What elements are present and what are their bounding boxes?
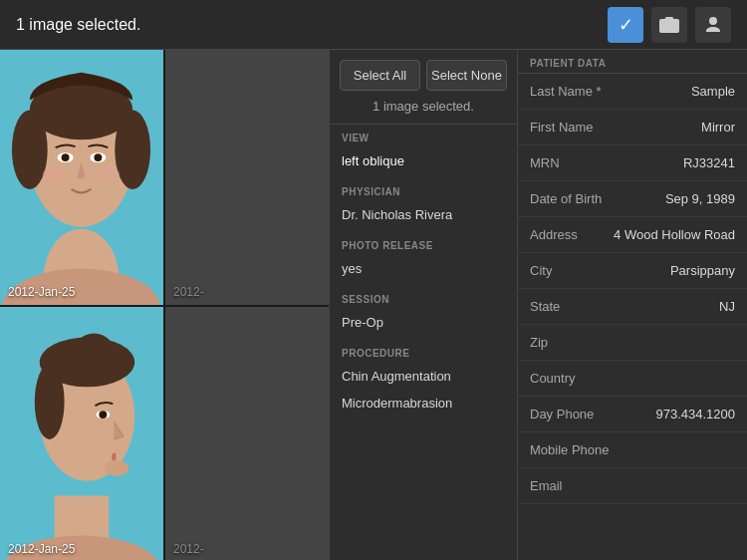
patient-field-value: 4 Wood Hollow Road	[614, 227, 735, 242]
photo-cell[interactable]: 2012-	[165, 307, 329, 560]
photo-cell[interactable]: 2012-Jan-25	[0, 50, 163, 305]
top-bar-icons: ✓	[608, 7, 731, 43]
physician-section: PHYSICIAN Dr. Nicholas Rivera	[330, 178, 517, 232]
patient-field-value: RJ33241	[683, 155, 735, 170]
photo-cell[interactable]: 2012-	[165, 50, 329, 305]
physician-item[interactable]: Dr. Nicholas Rivera	[342, 201, 505, 228]
patient-field-value: Sample	[691, 84, 735, 99]
photos-panel: 2012-Jan-25 2012-	[0, 50, 329, 560]
patient-row[interactable]: Mobile Phone	[518, 432, 747, 468]
patient-field-label: MRN	[530, 155, 683, 170]
patient-field-label: Country	[530, 371, 735, 386]
top-bar: 1 image selected. ✓	[0, 0, 747, 50]
patient-row[interactable]: Date of BirthSep 9, 1989	[518, 181, 747, 217]
svg-point-5	[12, 110, 48, 189]
procedure-label: PROCEDURE	[342, 348, 505, 359]
patient-field-label: Address	[530, 227, 614, 242]
patient-row[interactable]: Zip	[518, 325, 747, 361]
confirm-button[interactable]: ✓	[608, 7, 643, 43]
patient-row[interactable]: Country	[518, 361, 747, 397]
svg-point-9	[62, 153, 70, 161]
filter-panel: Select All Select None 1 image selected.…	[329, 50, 518, 560]
patient-field-label: Zip	[530, 335, 735, 350]
patient-field-label: Mobile Phone	[530, 442, 735, 457]
svg-point-6	[115, 110, 150, 189]
view-label: VIEW	[342, 133, 505, 143]
select-buttons: Select All Select None	[340, 60, 507, 91]
photo-date-3: 2012-Jan-25	[8, 542, 75, 556]
camera-button[interactable]	[651, 7, 687, 43]
session-item[interactable]: Pre-Op	[342, 309, 505, 336]
person-button[interactable]	[695, 7, 731, 43]
top-bar-title: 1 image selected.	[16, 16, 140, 34]
select-none-button[interactable]: Select None	[426, 60, 507, 91]
main-content: 2012-Jan-25 2012-	[0, 50, 747, 560]
procedure-item-0[interactable]: Chin Augmentation	[342, 363, 505, 390]
patient-row[interactable]: First NameMirror	[518, 110, 747, 145]
patient-field-label: Day Phone	[530, 407, 655, 421]
svg-point-19	[73, 334, 117, 378]
session-section: SESSION Pre-Op	[330, 286, 517, 340]
patient-field-label: First Name	[530, 120, 701, 135]
patient-field-value: Parsippany	[670, 263, 735, 278]
svg-point-12	[96, 166, 120, 182]
patient-row[interactable]: Last Name *Sample	[518, 74, 747, 110]
patient-row[interactable]: Email	[518, 468, 747, 504]
patient-panel: PATIENT DATA Last Name *SampleFirst Name…	[518, 50, 747, 560]
patient-row[interactable]: StateNJ	[518, 289, 747, 325]
svg-point-10	[94, 153, 102, 161]
svg-point-11	[43, 166, 67, 182]
photo-release-item[interactable]: yes	[342, 255, 505, 282]
filter-top: Select All Select None 1 image selected.	[330, 50, 517, 125]
patient-field-label: Date of Birth	[530, 191, 665, 206]
svg-point-21	[99, 411, 107, 419]
photo-date-4: 2012-	[173, 542, 204, 556]
session-label: SESSION	[342, 294, 505, 305]
view-item[interactable]: left oblique	[342, 147, 505, 174]
patient-row[interactable]: CityParsippany	[518, 253, 747, 289]
patient-field-label: State	[530, 299, 719, 314]
patient-field-label: City	[530, 263, 670, 278]
patient-field-label: Email	[530, 478, 735, 493]
svg-point-22	[105, 460, 128, 476]
select-all-button[interactable]: Select All	[340, 60, 420, 91]
patient-field-value: Sep 9, 1989	[665, 191, 735, 206]
photo-date-1: 2012-Jan-25	[8, 285, 75, 299]
photo-release-section: PHOTO RELEASE yes	[330, 232, 517, 286]
patient-row[interactable]: MRNRJ33241	[518, 145, 747, 181]
selected-count: 1 image selected.	[340, 99, 507, 114]
photo-date-2: 2012-	[173, 285, 204, 299]
svg-point-18	[35, 364, 65, 439]
photo-cell[interactable]: 2012-Jan-25	[0, 307, 163, 560]
patient-field-value: 973.434.1200	[655, 407, 735, 421]
patient-row[interactable]: Address4 Wood Hollow Road	[518, 217, 747, 253]
physician-label: PHYSICIAN	[342, 186, 505, 197]
patient-field-value: NJ	[719, 299, 735, 314]
view-section: VIEW left oblique	[330, 125, 517, 178]
patient-row[interactable]: Day Phone973.434.1200	[518, 397, 747, 432]
patient-panel-header: PATIENT DATA	[518, 50, 747, 74]
procedure-section: PROCEDURE Chin Augmentation Microdermabr…	[330, 340, 517, 420]
patient-field-label: Last Name *	[530, 84, 691, 99]
patient-field-value: Mirror	[701, 120, 735, 135]
patient-rows: Last Name *SampleFirst NameMirrorMRNRJ33…	[518, 74, 747, 504]
photo-release-label: PHOTO RELEASE	[342, 240, 505, 251]
procedure-item-1[interactable]: Microdermabrasion	[342, 390, 505, 417]
